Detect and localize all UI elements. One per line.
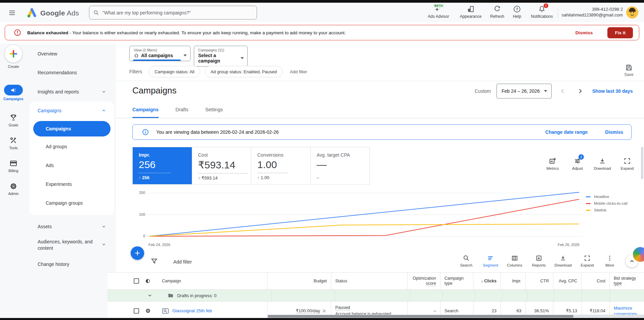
filter-chip-ad-group-status[interactable]: Ad group status: Enabled, Paused bbox=[205, 66, 283, 77]
date-range-picker[interactable]: Feb 24 – 26, 2026 bbox=[497, 84, 552, 98]
drafts-row[interactable]: Drafts in progress: 0 bbox=[108, 290, 644, 302]
chart-download-button[interactable]: Download bbox=[590, 157, 615, 170]
table-segment-button[interactable]: Segment bbox=[478, 255, 503, 267]
add-campaign-fab[interactable] bbox=[131, 246, 144, 260]
rail-item-admin[interactable]: Admin bbox=[0, 182, 27, 196]
col-cost[interactable]: Cost bbox=[581, 273, 609, 289]
horizontal-scrollbar-thumb[interactable] bbox=[268, 315, 573, 318]
col-clicks-sorted[interactable]: ↓ Clicks bbox=[473, 273, 501, 289]
chevron-up-icon[interactable] bbox=[101, 108, 106, 113]
nav-audiences[interactable]: Audiences, keywords, and content bbox=[38, 239, 97, 251]
rail-item-goals[interactable]: Goals bbox=[0, 114, 27, 127]
nav-experiments[interactable]: Experiments bbox=[46, 182, 72, 187]
tab-settings[interactable]: Settings bbox=[205, 107, 223, 118]
change-date-range-link[interactable]: Change date range bbox=[545, 129, 588, 135]
campaign-status[interactable]: Paused bbox=[335, 305, 350, 310]
reports-icon bbox=[535, 255, 542, 262]
rail-item-tools[interactable]: Tools bbox=[0, 136, 27, 150]
nav-recommendations[interactable]: Recommendations bbox=[38, 70, 77, 75]
drafts-row-label: Drafts in progress: 0 bbox=[177, 293, 216, 298]
table-add-filter-link[interactable]: Add filter bbox=[173, 259, 192, 265]
legend-item-sitelink[interactable]: Sitelink bbox=[586, 208, 606, 212]
search-box[interactable] bbox=[89, 6, 257, 19]
help-button[interactable]: ? Help bbox=[508, 5, 526, 19]
create-button[interactable] bbox=[5, 45, 22, 63]
expand-icon bbox=[584, 255, 591, 262]
alert-dismiss-button[interactable]: Dismiss bbox=[575, 30, 593, 35]
table-search-button[interactable]: Search bbox=[454, 255, 478, 267]
nav-campaigns-active[interactable]: Campaigns bbox=[33, 121, 111, 136]
adjust-button[interactable]: 3 Adjust bbox=[565, 157, 590, 170]
table-more-button[interactable]: More bbox=[599, 255, 620, 267]
col-budget[interactable]: Budget bbox=[267, 273, 331, 289]
rail-admin-label: Admin bbox=[0, 192, 27, 196]
add-filter-link[interactable]: Add filter bbox=[290, 69, 307, 74]
chevron-down-icon[interactable] bbox=[101, 242, 106, 247]
notifications-button[interactable]: ! Notifications bbox=[526, 5, 558, 19]
avatar[interactable] bbox=[626, 6, 638, 18]
col-bid-strategy-type[interactable]: Bid strategy type bbox=[609, 273, 644, 289]
date-next-button[interactable] bbox=[576, 87, 584, 95]
show-last-30-days-link[interactable]: Show last 30 days bbox=[592, 88, 633, 94]
more-vertical-icon bbox=[606, 255, 613, 262]
legend-item-headline[interactable]: Headline bbox=[586, 195, 609, 199]
nav-campaign-groups[interactable]: Campaign groups bbox=[46, 200, 83, 206]
rail-item-billing[interactable]: Billing bbox=[0, 159, 27, 173]
tab-drafts[interactable]: Drafts bbox=[175, 107, 188, 118]
col-ctr[interactable]: CTR bbox=[525, 273, 553, 289]
table-expand-button[interactable]: Expand bbox=[575, 255, 599, 267]
tab-campaigns[interactable]: Campaigns bbox=[132, 107, 159, 118]
select-all-checkbox[interactable] bbox=[134, 278, 139, 284]
campaign-budget[interactable]: ₹100.00/day bbox=[296, 308, 320, 314]
expand-label: Expand bbox=[620, 166, 634, 170]
vertical-scrollbar[interactable] bbox=[641, 147, 643, 179]
chevron-down-icon[interactable] bbox=[101, 89, 106, 94]
status-circle-icon[interactable] bbox=[145, 278, 151, 284]
nav-assets[interactable]: Assets bbox=[38, 224, 52, 229]
col-campaign-type[interactable]: Campaign type bbox=[440, 273, 473, 289]
nav-campaigns-group[interactable]: Campaigns bbox=[38, 108, 61, 113]
notice-dismiss-link[interactable]: Dismiss bbox=[605, 129, 623, 135]
nav-ads[interactable]: Ads bbox=[46, 163, 54, 168]
appearance-button[interactable]: Appearance bbox=[455, 5, 486, 19]
google-ads-logo[interactable] bbox=[26, 7, 38, 19]
view-selector[interactable]: View (2 filters) All campaigns bbox=[129, 46, 190, 61]
nav-overview[interactable]: Overview bbox=[38, 51, 57, 56]
date-prev-button[interactable] bbox=[559, 87, 566, 95]
campaign-selector[interactable]: Campaigns (11) Select a campaign bbox=[194, 46, 248, 67]
account-info[interactable]: 399-412-0298 2 sahilahmed123890@gmail.co… bbox=[560, 6, 623, 18]
nav-insights-and-reports[interactable]: Insights and reports bbox=[38, 89, 79, 94]
rail-item-campaigns[interactable]: Campaigns bbox=[0, 85, 27, 101]
horizontal-scrollbar[interactable] bbox=[267, 315, 644, 318]
scorecard-impressions[interactable]: Impr. 256 ↑ 256 bbox=[133, 147, 192, 184]
col-status[interactable]: Status bbox=[331, 273, 407, 289]
scorecard-conversions[interactable]: Conversions 1.00 ↑ 1.00 bbox=[251, 147, 311, 184]
search-input[interactable] bbox=[102, 10, 253, 15]
chevron-down-icon[interactable] bbox=[101, 224, 106, 229]
funnel-icon[interactable] bbox=[151, 257, 158, 265]
nav-ad-groups[interactable]: Ad groups bbox=[46, 144, 67, 149]
campaign-name-link[interactable]: Glasssignal 25th feb bbox=[172, 308, 212, 313]
paused-status-icon[interactable] bbox=[145, 308, 151, 314]
legend-item-mobile-clicks-to-call[interactable]: Mobile clicks-to-call bbox=[586, 201, 628, 205]
row-checkbox[interactable] bbox=[134, 308, 139, 314]
scorecard-avg-target-cpa[interactable]: Avg. target CPA — – bbox=[311, 147, 370, 184]
col-optimization-score[interactable]: Optimization score bbox=[407, 273, 440, 289]
table-download-button[interactable]: Download bbox=[551, 255, 575, 267]
refresh-button[interactable]: Refresh bbox=[486, 5, 508, 19]
metrics-button[interactable]: Metrics bbox=[540, 157, 565, 170]
table-columns-button[interactable]: Columns bbox=[503, 255, 527, 267]
chart-expand-button[interactable]: Expand bbox=[615, 157, 640, 170]
ads-advisor-button[interactable]: BETA Ads Advisor bbox=[422, 5, 455, 19]
filter-chip-campaign-status[interactable]: Campaign status: All bbox=[149, 66, 200, 77]
menu-icon[interactable] bbox=[8, 9, 16, 16]
col-campaign[interactable]: Campaign bbox=[158, 273, 267, 289]
col-avg-cpc[interactable]: Avg. CPC bbox=[553, 273, 581, 289]
nav-change-history[interactable]: Change history bbox=[38, 262, 69, 267]
campaigns-pill[interactable] bbox=[4, 85, 23, 95]
table-reports-button[interactable]: Reports bbox=[527, 255, 551, 267]
col-impressions[interactable]: Impr. bbox=[501, 273, 525, 289]
fix-it-button[interactable]: Fix it bbox=[607, 27, 633, 38]
save-button[interactable]: Save bbox=[621, 64, 637, 77]
scorecard-cost[interactable]: Cost ₹593.14 ↑ ₹593.14 bbox=[192, 147, 252, 184]
